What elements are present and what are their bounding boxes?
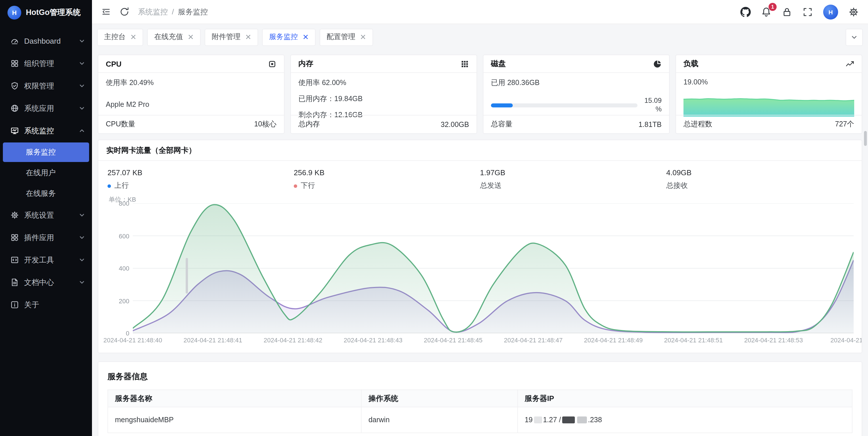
sidebar-item-label: 插件应用: [24, 232, 73, 243]
info-icon: [10, 300, 19, 309]
server-info-title: 服务器信息: [98, 362, 862, 390]
top-bar-actions: 1 H: [740, 4, 859, 19]
sidebar-subitem-label: 服务监控: [26, 147, 56, 157]
sidebar-item-docs[interactable]: 文档中心: [0, 271, 92, 294]
y-axis-tick-label: 400: [107, 265, 129, 272]
network-stat-total-received: 4.09GB 总接收: [666, 168, 852, 191]
chevron-up-icon: [79, 128, 85, 134]
tab-close-icon[interactable]: ✕: [245, 33, 251, 41]
x-axis-tick-label: 2024-04-21 21:48:40: [103, 337, 162, 343]
server-ip-cell: 191.27 / .238: [517, 407, 852, 433]
sidebar-item-dashboard[interactable]: Dashboard: [0, 30, 92, 52]
sidebar-menu: Dashboard 组织管理 权限管理 系统应用 系统监控: [0, 25, 92, 436]
column-header-name: 服务器名称: [108, 390, 361, 407]
collapse-sidebar-icon[interactable]: [101, 7, 111, 16]
x-axis-tick-label: 2024-04-21 21:48:49: [584, 337, 643, 343]
network-stat-total-sent: 1.97GB 总发送: [480, 168, 666, 191]
sidebar-item-plugins[interactable]: 插件应用: [0, 226, 92, 249]
brand[interactable]: H HotGo管理系统: [0, 0, 92, 25]
tab-online-recharge[interactable]: 在线充值 ✕: [148, 29, 200, 45]
tab-console[interactable]: 主控台 ✕: [98, 29, 143, 45]
memory-used: 已用内存：19.84GB: [298, 94, 469, 104]
y-axis-tick-label: 0: [107, 330, 129, 337]
legend-dot-down: [294, 184, 297, 188]
chevron-down-icon: [851, 34, 858, 40]
legend-dot-up: [107, 184, 111, 188]
sidebar-item-system-apps[interactable]: 系统应用: [0, 97, 92, 120]
load-footer-value: 727个: [835, 120, 854, 129]
x-axis-tick-label: 2024-04-21 21:48:41: [184, 337, 242, 343]
sidebar-item-label: 开发工具: [24, 255, 73, 265]
github-icon[interactable]: [740, 7, 751, 17]
network-stat-label: 总发送: [480, 181, 501, 191]
breadcrumb-parent[interactable]: 系统监控: [138, 7, 168, 17]
stat-cards-row: CPU 使用率 20.49% Apple M2 Pro CPU数量 10核心 内…: [98, 55, 862, 134]
memory-footer-label: 总内存: [298, 120, 320, 129]
chevron-down-icon: [79, 60, 85, 67]
chevron-down-icon: [79, 83, 85, 89]
x-axis-tick-label: 2024-04-21 21:48:53: [744, 337, 803, 343]
ip-text: .238: [588, 416, 602, 424]
dashboard-icon: [10, 37, 19, 45]
tab-label: 在线充值: [154, 32, 183, 42]
tab-close-icon[interactable]: ✕: [360, 33, 366, 41]
sidebar-subitem-label: 在线服务: [26, 189, 56, 199]
network-stat-label: 下行: [301, 181, 315, 191]
sidebar-subitem-online-services[interactable]: 在线服务: [0, 183, 92, 204]
network-card-title: 实时网卡流量（全部网卡）: [106, 145, 196, 156]
cpu-usage: 使用率 20.49%: [106, 78, 277, 88]
sidebar-item-label: Dashboard: [24, 37, 73, 45]
x-axis-tick-label: 2024-04-21 21:48:51: [664, 337, 723, 343]
ip-text: 19: [525, 416, 533, 424]
sidebar-item-org[interactable]: 组织管理: [0, 52, 92, 75]
lock-screen-icon[interactable]: [782, 7, 792, 17]
chevron-down-icon: [79, 212, 85, 218]
tab-list-dropdown-button[interactable]: [846, 29, 862, 45]
sidebar-item-dev-tools[interactable]: 开发工具: [0, 249, 92, 271]
column-header-ip: 服务器IP: [517, 390, 852, 407]
column-header-os: 操作系统: [361, 390, 517, 407]
notifications-bell-icon[interactable]: 1: [761, 7, 771, 17]
breadcrumb-current: 服务监控: [178, 7, 208, 17]
cpu-model: Apple M2 Pro: [106, 101, 277, 108]
sidebar-item-permissions[interactable]: 权限管理: [0, 75, 92, 97]
sidebar-subitem-service-monitor[interactable]: 服务监控: [3, 142, 89, 162]
content-scrollbar-thumb[interactable]: [186, 258, 188, 294]
monitor-icon: [10, 126, 19, 135]
x-axis-tick-label: 2024-04-21 21:48:43: [344, 337, 402, 343]
sidebar-item-about[interactable]: 关于: [0, 294, 92, 316]
tab-label: 配置管理: [327, 32, 355, 42]
tab-close-icon[interactable]: ✕: [302, 33, 309, 41]
globe-icon: [10, 104, 19, 112]
shield-icon: [10, 81, 19, 90]
disk-usage-row: 15.09 %: [491, 97, 662, 114]
memory-card-title: 内存: [298, 59, 313, 69]
tab-label: 主控台: [104, 32, 126, 42]
refresh-icon[interactable]: [120, 7, 129, 16]
network-chart-area: 单位：KB 0200400600800 2024-04-21 21:48:: [107, 195, 852, 348]
tab-bar: 主控台 ✕ 在线充值 ✕ 附件管理 ✕ 服务监控 ✕ 配置管理 ✕: [92, 24, 868, 50]
tab-config[interactable]: 配置管理 ✕: [320, 29, 372, 45]
page-content: CPU 使用率 20.49% Apple M2 Pro CPU数量 10核心 内…: [92, 50, 868, 436]
sidebar-subitem-online-users[interactable]: 在线用户: [0, 163, 92, 183]
chevron-down-icon: [79, 234, 85, 241]
tab-attachments[interactable]: 附件管理 ✕: [206, 29, 258, 45]
settings-gear-icon[interactable]: [848, 7, 859, 17]
tab-close-icon[interactable]: ✕: [188, 33, 194, 41]
disk-percent: 15.09 %: [642, 97, 662, 114]
memory-grid-icon: [460, 60, 469, 68]
sidebar-item-settings[interactable]: 系统设置: [0, 204, 92, 226]
tab-service-monitor[interactable]: 服务监控 ✕: [263, 29, 315, 45]
ip-redacted-block: [562, 416, 575, 423]
chevron-down-icon: [79, 38, 85, 44]
memory-footer-value: 32.00GB: [441, 120, 469, 128]
fullscreen-icon[interactable]: [803, 7, 813, 17]
user-avatar[interactable]: H: [823, 4, 838, 19]
disk-footer-label: 总容量: [491, 120, 513, 129]
disk-progress-fill: [491, 103, 513, 107]
sidebar-item-system-monitor[interactable]: 系统监控: [0, 120, 92, 142]
server-table: 服务器名称 操作系统 服务器IP mengshuaideMBP darwin 1…: [107, 390, 852, 433]
x-axis-tick-label: 2024-04-21 21:48:45: [424, 337, 483, 343]
tab-close-icon[interactable]: ✕: [130, 33, 136, 41]
page-scrollbar-thumb[interactable]: [864, 131, 867, 146]
